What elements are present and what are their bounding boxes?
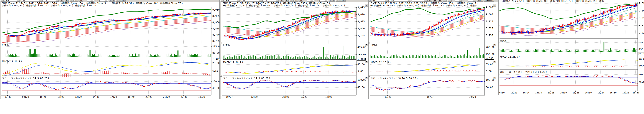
kijun-line	[500, 18, 638, 35]
trading-chart-workspace: ▼先物▼日経225mini▼11/12▼足日週月分分10▼本数300▼適用複数銘…	[0, 0, 644, 114]
price-axis-label: 8,835	[212, 27, 220, 30]
dropdown-arrow-icon[interactable]: ▼	[324, 0, 328, 1]
ma40-line	[371, 12, 484, 35]
stoch-axis-label: 50.00	[486, 86, 493, 89]
toolbar-button[interactable]: 適用	[328, 0, 335, 2]
toolbar-button[interactable]: 月	[442, 0, 447, 2]
stoch-k-line	[2, 81, 211, 90]
toolbar-dropdown[interactable]: 300▼	[468, 0, 476, 2]
pane-menu-button[interactable]: ▼	[493, 61, 496, 63]
toolbar-dropdown[interactable]: 先物▼	[224, 0, 240, 2]
chart-canvas: 9,0959,0108,9258,8408,755465.00185.0045.…	[220, 0, 368, 99]
pane-splitter-handle[interactable]	[368, 42, 370, 44]
toolbar-button[interactable]: 複数銘柄	[484, 0, 494, 2]
macd-axis-label: 6.50	[212, 69, 218, 72]
toolbar-button[interactable]: 週	[289, 0, 294, 2]
pane-menu-button[interactable]: ▼	[365, 61, 368, 63]
macd-line	[223, 65, 356, 74]
time-axis-label: 18:40	[128, 96, 134, 98]
toolbar-dropdown[interactable]: 10▼	[455, 0, 462, 2]
macd-axis-label: 55.00	[486, 63, 493, 66]
chart-title-line2: 一目均衡表( 9, 26, 52 ) 移動平均( Close, 40 ) 移動平…	[370, 4, 485, 7]
toolbar-dropdown[interactable]: 10▼	[87, 0, 94, 2]
dropdown-arrow-icon[interactable]: ▼	[385, 0, 388, 1]
dropdown-arrow-icon[interactable]: ▼	[424, 0, 427, 1]
dropdown-arrow-icon[interactable]: ▼	[473, 0, 476, 1]
toolbar-dropdown[interactable]: 300▼	[320, 0, 328, 2]
toolbar-button[interactable]: 分	[299, 0, 303, 2]
pane-splitter-handle[interactable]	[220, 75, 222, 77]
toolbar-button[interactable]: 複数銘柄	[335, 0, 346, 2]
toolbar-dropdown[interactable]: 300▼	[100, 0, 108, 2]
dropdown-arrow-icon[interactable]: ▼	[259, 0, 262, 1]
price-axis-label: 9,005	[486, 13, 493, 16]
toolbar-button[interactable]: 複数銘柄	[115, 0, 126, 2]
toolbar-button[interactable]: 足	[280, 0, 284, 2]
price-axis-label: 8,840	[358, 27, 365, 30]
toolbar-button[interactable]: 日	[64, 0, 69, 2]
ma150-line	[370, 7, 485, 22]
dropdown-arrow-icon[interactable]: ▼	[459, 0, 462, 1]
time-axis-label: 09:20	[22, 96, 29, 98]
volume-multiplier-badge: × 100	[485, 57, 494, 60]
dropdown-arrow-icon[interactable]: ▼	[56, 0, 58, 1]
time-axis-label: 10/28	[469, 96, 476, 98]
toolbar-dropdown[interactable]: 日経225mini▼	[21, 0, 43, 2]
toolbar-button[interactable]: ▼	[0, 0, 4, 2]
toolbar-button[interactable]: 適用	[477, 0, 483, 2]
pane-menu-button[interactable]: ▼	[365, 76, 368, 79]
toolbar-button[interactable]: 適用	[108, 0, 115, 2]
toolbar-dropdown[interactable]: 11/12▼	[412, 0, 428, 2]
dropdown-arrow-icon[interactable]: ▼	[276, 0, 278, 1]
pane-menu-button[interactable]: ▼	[493, 4, 496, 7]
dropdown-arrow-icon[interactable]: ▼	[17, 0, 20, 1]
chart-toolbar: ▼先物▼日経225mini▼11/12▼足日週月分分10▼本数300▼適用複数銘…	[220, 0, 368, 2]
toolbar-button[interactable]: 週	[69, 0, 74, 2]
toolbar-button[interactable]: 月	[294, 0, 298, 2]
pane-menu-button[interactable]: ▼	[493, 76, 496, 79]
toolbar-dropdown[interactable]: 10▼	[307, 0, 314, 2]
dropdown-arrow-icon[interactable]: ▼	[104, 0, 108, 1]
toolbar-dropdown[interactable]: 11/12▼	[263, 0, 279, 2]
price-axis-label: 8,900	[212, 21, 220, 24]
dropdown-arrow-icon[interactable]: ▼	[310, 0, 313, 1]
toolbar-button[interactable]: 足	[428, 0, 432, 2]
dropdown-arrow-icon[interactable]: ▼	[90, 0, 93, 1]
toolbar-label: 分	[304, 0, 306, 2]
toolbar-button[interactable]: 日	[433, 0, 437, 2]
toolbar-dropdown[interactable]: 11/12▼	[43, 0, 59, 2]
toolbar-button[interactable]: 足	[60, 0, 64, 2]
pane-menu-button[interactable]: ▼	[365, 4, 368, 7]
stoch-pane-label: スロー・ストキャスティクス( 14, 3, 80, 20 )	[223, 77, 270, 80]
pane-splitter-handle[interactable]	[368, 75, 370, 77]
stoch-k-line	[370, 80, 485, 91]
toolbar-dropdown[interactable]: 日経225mini▼	[389, 0, 411, 2]
pane-splitter-handle[interactable]	[220, 42, 222, 44]
toolbar-dropdown[interactable]: 先物▼	[4, 0, 20, 2]
toolbar-button[interactable]: ▼	[369, 0, 372, 2]
toolbar-button[interactable]: 日	[284, 0, 289, 2]
ma25-line	[2, 13, 211, 36]
toolbar-button[interactable]: 分	[448, 0, 452, 2]
price-axis-label: 8,925	[358, 20, 365, 23]
pane-menu-button[interactable]: ▼	[493, 44, 496, 46]
ma25-line	[500, 6, 637, 33]
dropdown-arrow-icon[interactable]: ▼	[237, 0, 240, 1]
ma10-line	[223, 11, 356, 39]
toolbar-button[interactable]: 分	[79, 0, 83, 2]
stoch-axis-label: 100.00	[639, 73, 644, 76]
stoch-d-line	[223, 80, 356, 89]
dropdown-arrow-icon[interactable]: ▼	[408, 0, 410, 1]
dropdown-arrow-icon[interactable]: ▼	[39, 0, 42, 1]
time-axis-label: 16:30	[535, 91, 542, 94]
toolbar-button[interactable]: 月	[74, 0, 78, 2]
toolbar-dropdown[interactable]: 先物▼	[373, 0, 388, 2]
time-axis-label: 21:20	[163, 96, 170, 98]
toolbar-button[interactable]: 週	[438, 0, 442, 2]
toolbar-button[interactable]: ▼	[220, 0, 224, 2]
price-axis-label: 9,095	[358, 6, 365, 9]
time-axis-label: 12:00	[57, 96, 64, 98]
time-axis-label: 17:20	[110, 96, 117, 98]
toolbar-dropdown[interactable]: 日経225mini▼	[241, 0, 263, 2]
pane-menu-button[interactable]: ▼	[365, 44, 368, 46]
